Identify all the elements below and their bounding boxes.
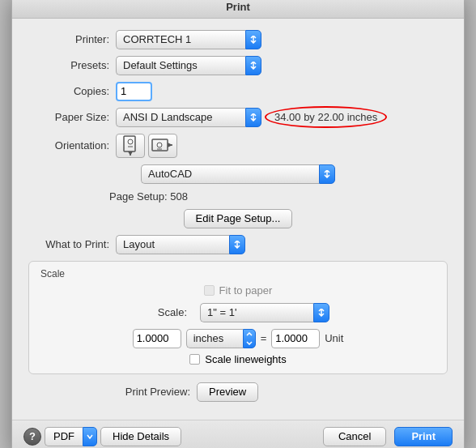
scale-section: Scale Fit to paper Scale: 1" = 1' <box>28 261 448 374</box>
equals-sign: = <box>261 332 267 344</box>
paper-size-select[interactable]: ANSI D Landscape <box>116 108 245 127</box>
autocad-row: AutoCAD <box>28 164 448 184</box>
print-dialog: Print Printer: CORRTECH 1 Presets: Defau… <box>11 0 465 448</box>
printer-select[interactable]: CORRTECH 1 <box>116 30 245 49</box>
paper-size-group: ANSI D Landscape 34.00 by 22.00 inches <box>116 108 384 127</box>
scale-num2-input[interactable] <box>271 329 320 348</box>
svg-marker-2 <box>128 151 133 156</box>
dialog-content: Printer: CORRTECH 1 Presets: Default Set… <box>12 19 464 420</box>
lineweights-label: Scale lineweights <box>205 353 286 365</box>
cancel-btn[interactable]: Cancel <box>323 427 386 446</box>
fit-to-paper-label: Fit to paper <box>219 284 273 297</box>
page-setup-row: Page Setup: 508 <box>28 190 448 203</box>
paper-size-annotation: 34.00 by 22.00 inches <box>268 111 384 123</box>
scale-title: Scale <box>39 268 437 279</box>
dialog-title: Print <box>12 0 464 19</box>
what-to-print-arrow[interactable] <box>229 235 245 254</box>
scale-row: Scale: 1" = 1' <box>39 303 437 322</box>
scale-label: Scale: <box>147 306 187 318</box>
orientation-buttons <box>116 134 177 158</box>
printer-label: Printer: <box>28 33 109 45</box>
fit-to-paper-checkbox[interactable] <box>204 285 215 296</box>
print-preview-label: Print Preview: <box>109 386 190 398</box>
inches-stepper-group: inches <box>186 329 256 348</box>
presets-label: Presets: <box>28 59 109 71</box>
pdf-group: PDF <box>45 427 97 446</box>
bottom-left: ? PDF Hide Details <box>23 427 181 446</box>
inches-stepper[interactable] <box>243 329 256 348</box>
scale-lineweights-row: Scale lineweights <box>39 353 437 365</box>
what-to-print-row: What to Print: Layout <box>28 235 448 254</box>
fit-to-paper-row: Fit to paper <box>39 284 437 297</box>
unit-label: Unit <box>325 332 343 344</box>
hide-details-btn[interactable]: Hide Details <box>100 427 181 446</box>
what-to-print-select[interactable]: Layout <box>116 235 229 254</box>
inches-up-arrow[interactable] <box>244 330 255 339</box>
orientation-row: Orientation: <box>28 134 448 158</box>
page-setup-label: Page Setup: 508 <box>109 190 188 203</box>
edit-page-setup-btn[interactable]: Edit Page Setup... <box>184 209 293 228</box>
inches-select[interactable]: inches <box>186 329 243 348</box>
orientation-label: Orientation: <box>28 139 109 151</box>
svg-point-3 <box>128 139 133 144</box>
landscape-btn[interactable] <box>148 134 177 158</box>
autocad-select[interactable]: AutoCAD <box>141 164 319 184</box>
paper-size-select-group: ANSI D Landscape <box>116 108 261 127</box>
bottom-right: Cancel Print <box>323 427 453 446</box>
what-to-print-label: What to Print: <box>28 238 109 250</box>
print-preview-row: Print Preview: Preview <box>28 382 448 402</box>
paper-size-row: Paper Size: ANSI D Landscape 34.00 by 22… <box>28 108 448 127</box>
preview-btn[interactable]: Preview <box>197 382 258 402</box>
print-btn[interactable]: Print <box>394 427 453 446</box>
edit-page-setup-row: Edit Page Setup... <box>28 209 448 228</box>
copies-label: Copies: <box>28 85 109 97</box>
printer-select-group: CORRTECH 1 <box>116 30 261 49</box>
scale-num1-input[interactable] <box>133 329 181 348</box>
help-btn[interactable]: ? <box>23 428 41 446</box>
pdf-arrow[interactable] <box>83 427 97 446</box>
presets-select[interactable]: Default Settings <box>116 56 245 75</box>
title-text: Print <box>226 1 250 13</box>
presets-select-group: Default Settings <box>116 56 261 75</box>
inches-down-arrow[interactable] <box>244 339 255 348</box>
presets-row: Presets: Default Settings <box>28 56 448 75</box>
copies-input[interactable] <box>116 82 152 101</box>
svg-marker-7 <box>168 143 172 147</box>
paper-size-arrow[interactable] <box>245 108 261 127</box>
what-to-print-select-group: Layout <box>116 235 245 254</box>
paper-size-label: Paper Size: <box>28 111 109 123</box>
scale-select-group: 1" = 1' <box>200 303 329 322</box>
lineweights-checkbox[interactable] <box>189 354 200 365</box>
scale-select[interactable]: 1" = 1' <box>200 303 313 322</box>
bottom-bar: ? PDF Hide Details Cancel Print <box>12 420 464 449</box>
paper-size-text: 34.00 by 22.00 inches <box>268 109 384 125</box>
printer-row: Printer: CORRTECH 1 <box>28 30 448 49</box>
pdf-btn[interactable]: PDF <box>45 427 83 446</box>
scale-arrow[interactable] <box>313 303 329 322</box>
autocad-select-group: AutoCAD <box>141 164 335 184</box>
svg-point-8 <box>157 143 162 147</box>
autocad-arrow[interactable] <box>319 164 335 184</box>
printer-arrow[interactable] <box>245 30 261 49</box>
presets-arrow[interactable] <box>245 56 261 75</box>
unit-row: inches = Unit <box>39 329 437 348</box>
portrait-btn[interactable] <box>116 134 145 158</box>
copies-row: Copies: <box>28 82 448 101</box>
